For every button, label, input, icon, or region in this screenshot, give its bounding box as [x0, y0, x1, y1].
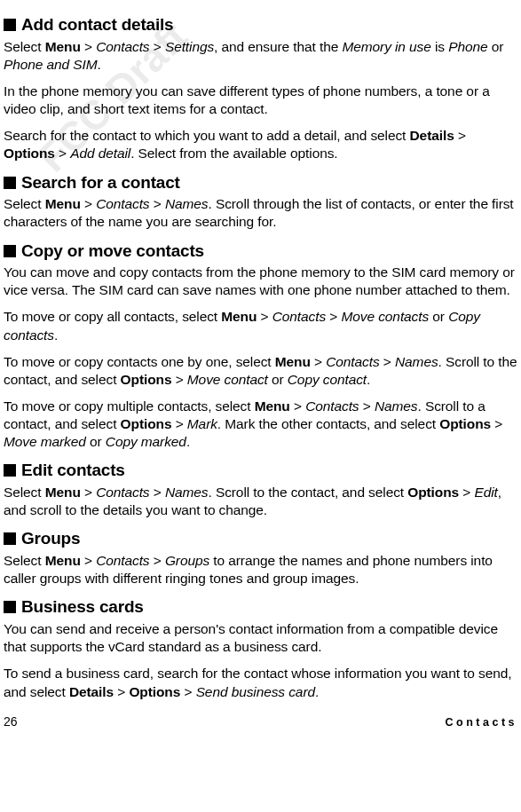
- paragraph: You can move and copy contacts from the …: [4, 264, 517, 299]
- heading-text: Groups: [21, 529, 80, 548]
- heading-copy-move: Copy or move contacts: [4, 240, 517, 263]
- heading-text: Edit contacts: [21, 461, 125, 479]
- paragraph: Select Menu > Contacts > Names. Scroll t…: [4, 195, 517, 231]
- page-number: 26: [4, 713, 18, 729]
- square-bullet-icon: [4, 464, 16, 477]
- heading-business-cards: Business cards: [4, 596, 517, 619]
- heading-text: Business cards: [21, 597, 144, 616]
- paragraph: Select Menu > Contacts > Names. Scroll t…: [4, 484, 517, 519]
- paragraph: To move or copy multiple contacts, selec…: [4, 398, 517, 451]
- paragraph: In the phone memory you can save differe…: [4, 83, 517, 118]
- heading-text: Search for a contact: [21, 173, 180, 192]
- footer-section-name: Contacts: [446, 715, 517, 729]
- page-footer: 26 Contacts: [4, 713, 517, 729]
- square-bullet-icon: [4, 601, 16, 613]
- square-bullet-icon: [4, 19, 16, 31]
- heading-add-contact-details: Add contact details: [4, 14, 517, 36]
- page-content: Add contact details Select Menu > Contac…: [4, 14, 517, 729]
- paragraph: To move or copy contacts one by one, sel…: [4, 353, 517, 389]
- heading-search-contact: Search for a contact: [4, 172, 517, 194]
- square-bullet-icon: [4, 245, 16, 257]
- square-bullet-icon: [4, 177, 16, 189]
- heading-text: Copy or move contacts: [21, 241, 204, 260]
- paragraph: Select Menu > Contacts > Settings, and e…: [4, 38, 517, 74]
- paragraph: Select Menu > Contacts > Groups to arran…: [4, 552, 517, 587]
- heading-text: Add contact details: [21, 15, 173, 34]
- square-bullet-icon: [4, 532, 16, 545]
- paragraph: Search for the contact to which you want…: [4, 127, 517, 162]
- paragraph: To send a business card, search for the …: [4, 665, 517, 700]
- heading-groups: Groups: [4, 528, 517, 550]
- paragraph: You can send and receive a person's cont…: [4, 620, 517, 656]
- heading-edit-contacts: Edit contacts: [4, 460, 517, 482]
- paragraph: To move or copy all contacts, select Men…: [4, 308, 517, 343]
